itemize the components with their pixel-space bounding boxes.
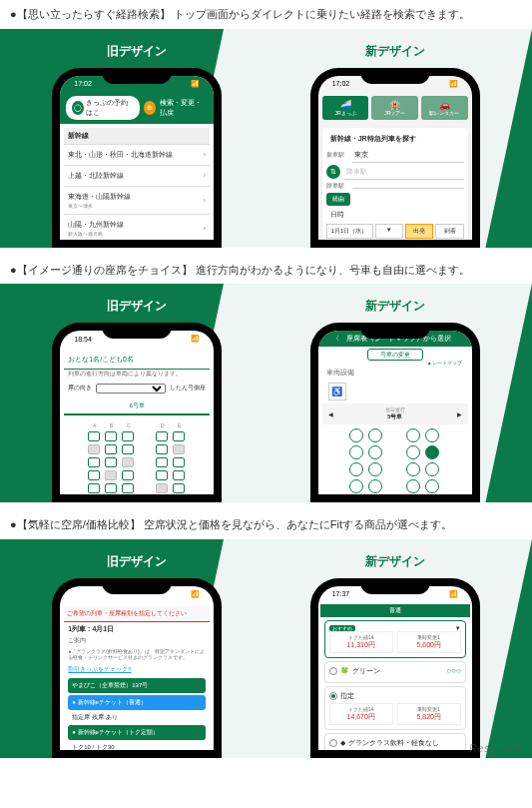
seat[interactable] [122, 470, 134, 480]
comparison-1: 旧デザイン 17:02📶 ◯きっぷの予約はこ ⊕ 検索・変更・払戻 新幹線 東北… [0, 29, 532, 248]
seat[interactable] [406, 479, 420, 493]
time-dropdown[interactable]: ▼ [375, 224, 403, 239]
seat[interactable] [349, 428, 363, 442]
car-tab-6[interactable]: 6号車 [64, 399, 210, 415]
tab-shinkansen[interactable]: 新幹線 [64, 128, 210, 145]
radio[interactable] [329, 667, 337, 675]
notch [360, 68, 430, 84]
date-input[interactable]: 1月1日（水） [326, 224, 373, 239]
option-green[interactable]: 🍀グリーン○○○ [324, 661, 466, 683]
seat[interactable] [173, 470, 185, 480]
notch [360, 323, 430, 339]
prev-car[interactable]: ◀ [328, 410, 333, 417]
seat-class-header: 普通 [320, 604, 470, 617]
swap-icon[interactable]: ⇅ [326, 165, 340, 179]
seat[interactable] [156, 457, 168, 467]
seat[interactable] [122, 483, 134, 493]
train-info: 1列車 : 4月1日 [64, 622, 210, 636]
section-price: ●【気軽に空席/価格比較】 空席状況と価格を見ながら、あなたにFitする商品が選… [0, 510, 532, 758]
col-old-3: 旧デザイン 📶 ご希望の列車・座席種別を指定してください 1列車 : 4月1日 … [18, 553, 257, 758]
seat[interactable] [406, 428, 420, 442]
seat[interactable] [105, 483, 117, 493]
screen-old-2: 18:54📶 おとな1名/こども0名 列車の進行方向は車両により異なります。 席… [60, 331, 214, 494]
notch [102, 578, 172, 594]
seat-selected[interactable] [425, 445, 439, 459]
seat[interactable] [173, 457, 185, 467]
car-tabs: 6号車 [64, 399, 210, 415]
seat[interactable] [88, 457, 100, 467]
tab-jr-tour[interactable]: 🏨JRツアー [371, 96, 418, 120]
product-2[interactable]: ● 新幹線eチケット（トク定額） [68, 725, 206, 740]
seat[interactable] [88, 483, 100, 493]
seat[interactable] [368, 462, 382, 476]
product-1-sub: 指定席 残席:あり [64, 712, 210, 723]
depart-toggle[interactable]: 出発 [405, 224, 433, 239]
seat[interactable] [156, 470, 168, 480]
seat[interactable] [105, 444, 117, 454]
seat[interactable] [105, 457, 117, 467]
option-granclass[interactable]: ◆グランクラス飲料・軽食なし [324, 733, 466, 750]
seat[interactable] [173, 431, 185, 441]
top-header: ◯きっぷの予約はこ ⊕ 検索・変更・払戻 [60, 92, 214, 124]
tab-jr-ticket[interactable]: 🚄JRきっぷ [322, 96, 369, 120]
seat[interactable] [368, 428, 382, 442]
price-old-content: ご希望の列車・座席種別を指定してください 1列車 : 4月1日 ご案内 ●「グラ… [60, 602, 214, 750]
radio[interactable] [329, 739, 337, 747]
departure-row: 乗車駅 東京 [326, 148, 464, 163]
orientation-select[interactable] [96, 384, 166, 394]
change-car-button[interactable]: 号車の変更 [367, 349, 423, 361]
arrival-input[interactable] [352, 184, 464, 189]
seat [88, 444, 100, 454]
seat[interactable] [156, 444, 168, 454]
seat[interactable] [406, 445, 420, 459]
seat[interactable] [368, 445, 382, 459]
select-train-header: ご希望の列車・座席種別を指定してください [64, 606, 210, 622]
route-row-3[interactable]: 山陽・九州新幹線新大阪〜鹿児島› [64, 215, 210, 240]
seat[interactable] [105, 431, 117, 441]
pill-manage[interactable]: 検索・変更・払戻 [160, 98, 208, 118]
option-rec[interactable]: おすすめ▼ トクだ値1411,310円 乗時変更15,600円 [324, 620, 466, 658]
seat[interactable] [368, 479, 382, 493]
seat[interactable] [406, 462, 420, 476]
seat[interactable] [156, 431, 168, 441]
tab-rentacar[interactable]: 🚗駅レンタカー [421, 96, 468, 120]
arrive-toggle[interactable]: 到着 [435, 224, 463, 239]
notch [102, 323, 172, 339]
product-1[interactable]: ● 新幹線eチケット（普通） [68, 695, 206, 710]
seat[interactable] [349, 479, 363, 493]
seat[interactable] [173, 483, 185, 493]
train-name: やまびこ（全車禁煙）137号 [68, 678, 206, 693]
option-reserved[interactable]: 指定 トクだ値1414,670円 乗時変更15,820円 [324, 686, 466, 730]
date-picker: 1月1日（水） ▼ 出発 到着 [326, 224, 464, 239]
route-row-0[interactable]: 東北・山形・秋田・北海道新幹線› [64, 145, 210, 166]
route-row-2[interactable]: 東海道・山陽新幹線東京〜博多› [64, 187, 210, 215]
ticket-icon: ◯ [72, 101, 84, 115]
seat[interactable] [425, 428, 439, 442]
discount-link[interactable]: 割引きっぷをチェック!! [64, 663, 210, 676]
via-row[interactable]: 経由 [326, 193, 464, 206]
direction-note: 列車の進行方向は車両により異なります。 [64, 370, 210, 382]
watermark: Response. [469, 742, 526, 754]
car-nav: ◀ 当日進行5号車 ▶ [322, 404, 468, 424]
seat[interactable] [88, 431, 100, 441]
route-row-1[interactable]: 上越・北陸新幹線› [64, 166, 210, 187]
seat[interactable] [122, 431, 134, 441]
search-icon[interactable]: ⊕ [144, 101, 156, 115]
seat[interactable] [349, 462, 363, 476]
phone-new-3: 17:37📶 普通 おすすめ▼ トクだ値1411,310円 乗時変更15,600… [310, 578, 480, 758]
departure-input[interactable]: 東京 [352, 148, 464, 163]
pill-reserve[interactable]: ◯きっぷの予約はこ [66, 96, 140, 120]
next-car[interactable]: ▶ [457, 410, 462, 417]
screen-new-1: 17:02📶 🚄JRきっぷ 🏨JRツアー 🚗駅レンタカー 新幹線・JR特急列車を… [318, 76, 472, 240]
seat[interactable] [122, 444, 134, 454]
seat[interactable] [349, 445, 363, 459]
old-content: 新幹線 東北・山形・秋田・北海道新幹線› 上越・北陸新幹線› 東海道・山陽新幹線… [60, 124, 214, 240]
radio-selected[interactable] [329, 692, 337, 700]
chevron-right-icon: › [204, 224, 207, 233]
phone-old-2: 18:54📶 おとな1名/こども0名 列車の進行方向は車両により異なります。 席… [52, 323, 222, 502]
phone-old-3: 📶 ご希望の列車・座席種別を指定してください 1列車 : 4月1日 ご案内 ●「… [52, 578, 222, 758]
seat[interactable] [425, 462, 439, 476]
search-title: 新幹線・JR特急列車を探す [326, 132, 464, 146]
seat[interactable] [425, 479, 439, 493]
seat[interactable] [88, 470, 100, 480]
